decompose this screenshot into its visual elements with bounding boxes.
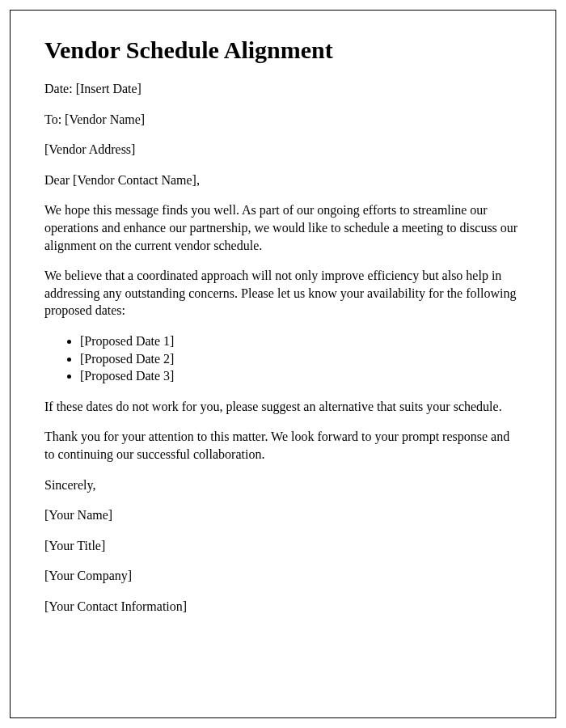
date-line: Date: [Insert Date] xyxy=(44,80,522,98)
salutation: Dear [Vendor Contact Name], xyxy=(44,171,522,189)
list-item: [Proposed Date 3] xyxy=(80,367,522,385)
body-paragraph-3: If these dates do not work for you, plea… xyxy=(44,398,522,416)
signature-name: [Your Name] xyxy=(44,506,522,524)
list-item: [Proposed Date 2] xyxy=(80,350,522,368)
to-line: To: [Vendor Name] xyxy=(44,111,522,129)
document-frame: Vendor Schedule Alignment Date: [Insert … xyxy=(10,10,556,718)
signature-title: [Your Title] xyxy=(44,537,522,555)
body-paragraph-2: We believe that a coordinated approach w… xyxy=(44,267,522,320)
document-title: Vendor Schedule Alignment xyxy=(44,36,522,64)
body-paragraph-4: Thank you for your attention to this mat… xyxy=(44,428,522,463)
list-item: [Proposed Date 1] xyxy=(80,332,522,350)
signature-company: [Your Company] xyxy=(44,567,522,585)
body-paragraph-1: We hope this message finds you well. As … xyxy=(44,201,522,254)
signature-contact: [Your Contact Information] xyxy=(44,598,522,616)
address-line: [Vendor Address] xyxy=(44,141,522,159)
closing: Sincerely, xyxy=(44,476,522,494)
proposed-dates-list: [Proposed Date 1] [Proposed Date 2] [Pro… xyxy=(80,332,522,385)
